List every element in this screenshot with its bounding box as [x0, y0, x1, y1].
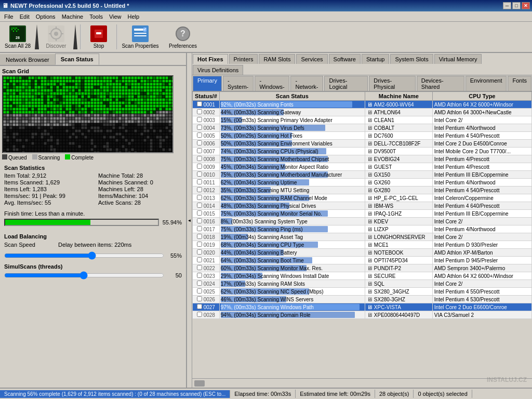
- menu-tools[interactable]: Tools: [86, 12, 106, 21]
- table-row[interactable]: 0028 94%, (00m34s) Scanning Domain Role …: [193, 311, 532, 319]
- cell-scan-status: 19%, (00m34s) Scanning Asset Tag: [219, 233, 365, 241]
- delay-label: Delay between items: 220ms: [58, 242, 131, 248]
- discover-label: Discover: [46, 43, 66, 49]
- tab-ram-slots[interactable]: RAM Slots: [259, 54, 295, 64]
- table-row[interactable]: 0017 75%, (00m33s) Scanning Ping (ms) 🖥 …: [193, 225, 532, 233]
- tab-hot-fixes[interactable]: Hot Fixes: [193, 54, 228, 64]
- subtab-network[interactable]: -Network-: [290, 76, 323, 91]
- cell-status-num: 0021: [193, 257, 220, 264]
- col-cpu-type[interactable]: CPU Type: [432, 92, 531, 101]
- table-row[interactable]: 0012 35%, (00m33s) Scanning MTU Setting …: [193, 187, 532, 194]
- menu-machine[interactable]: Machine: [59, 12, 87, 21]
- subtab-primary[interactable]: Primary: [193, 76, 222, 91]
- table-row[interactable]: 0009 45%, (00m34s) Scanning Monitor Aspe…: [193, 163, 532, 171]
- table-row[interactable]: 0014 48%, (00m33s) Scanning Physical Dri…: [193, 202, 532, 210]
- cell-cpu-type: Intel Pentium 4 540/Prescott: [432, 187, 531, 194]
- table-row[interactable]: 0022 60%, (00m33s) Scanning Monitor Max.…: [193, 264, 532, 272]
- cell-cpu-type: AMD Athlon 64 X2 6000+/Windsor: [432, 101, 531, 109]
- subtab-fonts[interactable]: Fonts: [508, 76, 531, 91]
- table-row[interactable]: 0001 92%, (00m32s) Scanning Fonts 🖥 AM2-…: [193, 101, 532, 109]
- table-row[interactable]: 0025 62%, (00m33s) Scanning NIC Speed (M…: [193, 288, 532, 296]
- simul-scans-slider[interactable]: [4, 271, 164, 280]
- cell-cpu-type: Intel Pentium D 930/Presler: [432, 241, 531, 249]
- table-row[interactable]: 0006 50%, (00m33s) Scanning Environment …: [193, 140, 532, 148]
- minimize-button[interactable]: ─: [503, 2, 511, 9]
- table-row[interactable]: 0023 29%, (00m34s) Scanning Windows Inst…: [193, 272, 532, 280]
- table-row[interactable]: 0013 62%, (00m33s) Scanning RAM Channel …: [193, 194, 532, 202]
- preferences-button[interactable]: ? Preferences: [162, 23, 204, 50]
- subtab-environment[interactable]: Environment: [466, 76, 507, 91]
- table-row[interactable]: 0015 75%, (00m33s) Scanning Monitor Seri…: [193, 210, 532, 218]
- cell-scan-status: 75%, (00m33s) Scanning Ping (ms): [219, 225, 365, 233]
- table-row[interactable]: 0024 17%, (00m33s) Scanning RAM Slots 🖥 …: [193, 280, 532, 288]
- scan-all-button[interactable]: 28 Scan All 28: [2, 23, 33, 50]
- subtab-drives-physical[interactable]: Drives-Physical: [369, 76, 416, 91]
- tab-scan-status[interactable]: Scan Status: [55, 54, 99, 65]
- tab-network-browser[interactable]: Network Browser: [0, 54, 55, 65]
- cell-machine-name: 🖥 SX280-3GHZ: [365, 296, 432, 303]
- tab-virtual-memory[interactable]: Virtual Memory: [434, 54, 482, 64]
- scan-speed-slider[interactable]: [4, 251, 164, 260]
- col-machine-name[interactable]: Machine Name: [365, 92, 432, 101]
- col-scan-status[interactable]: Scan Status: [219, 92, 365, 101]
- data-table-container[interactable]: Status/# Scan Status Machine Name CPU Ty…: [192, 91, 532, 378]
- table-row[interactable]: 0020 44%, (00m34s) Scanning Battery 🖥 NO…: [193, 249, 532, 257]
- tab-printers[interactable]: Printers: [229, 54, 258, 64]
- status-selected: 0 object(s) selected: [414, 390, 472, 398]
- svg-text:?: ?: [180, 29, 185, 38]
- table-row[interactable]: 0026 46%, (00m33s) Scanning WINS Servers…: [193, 296, 532, 303]
- cell-status-num: 0003: [193, 116, 220, 124]
- table-row[interactable]: 0003 15%, (00m33s) Scanning Primary Vide…: [193, 116, 532, 124]
- table-row[interactable]: 0027 97%, (00m33s) Scanning Windows Path…: [193, 303, 532, 311]
- cell-scan-status: 92%, (00m32s) Scanning Fonts: [219, 101, 365, 109]
- subtab-drives-logical[interactable]: Drives-Logical: [324, 76, 368, 91]
- cell-cpu-type: AMD Athlon XP-M/Barton: [432, 249, 531, 257]
- table-row[interactable]: 0021 64%, (00m33s) Scanning Boot Time 🖥 …: [193, 257, 532, 264]
- tab-startup[interactable]: Startup: [362, 54, 389, 64]
- table-row[interactable]: 0019 68%, (00m34s) Scanning CPU Type 🖥 M…: [193, 241, 532, 249]
- table-row[interactable]: 0004 73%, (00m33s) Scanning Virus Defs 🖥…: [193, 124, 532, 132]
- table-row[interactable]: 0011 62%, (00m34s) Scanning Uptime 🖥 GX2…: [193, 179, 532, 187]
- table-row[interactable]: 0010 75%, (00m33s) Scanning Motherboard …: [193, 171, 532, 179]
- menu-help[interactable]: Help: [125, 12, 143, 21]
- svg-text:✓: ✓: [143, 28, 147, 31]
- table-row[interactable]: 0016 8%, (00m33s) Scanning System Type 🖥…: [193, 218, 532, 225]
- items-per-machine-value: 104: [139, 193, 148, 199]
- cell-scan-status: 62%, (00m33s) Scanning RAM Channel Mode: [219, 194, 365, 202]
- subtab-devices-shared[interactable]: Devices-Shared: [417, 76, 464, 91]
- panel-resize-handle[interactable]: ◄: [187, 53, 192, 388]
- tab-services[interactable]: Services: [296, 54, 327, 64]
- menu-view[interactable]: View: [106, 12, 125, 21]
- cell-machine-name: 🖥 GX260: [365, 179, 432, 187]
- tab-system-slots[interactable]: System Slots: [390, 54, 433, 64]
- cell-machine-name: 🖥 GX150: [365, 171, 432, 179]
- svg-rect-6: [11, 29, 12, 30]
- tab-virus-definitions[interactable]: Virus Definitions: [193, 65, 243, 75]
- maximize-button[interactable]: □: [512, 2, 521, 9]
- subtab-windows[interactable]: -Windows-: [255, 76, 289, 91]
- cell-status-num: 0009: [193, 163, 220, 171]
- table-row[interactable]: 0007 74%, (00m33s) Scanning CPUs (Physic…: [193, 148, 532, 155]
- h-scroll[interactable]: [192, 378, 532, 388]
- cell-scan-status: 97%, (00m33s) Scanning Windows Path: [219, 303, 365, 311]
- col-status[interactable]: Status/#: [193, 92, 220, 101]
- svg-rect-26: [134, 33, 147, 34]
- table-row[interactable]: 0018 19%, (00m34s) Scanning Asset Tag 🖥 …: [193, 233, 532, 241]
- svg-marker-20: [73, 24, 77, 49]
- discover-button[interactable]: Discover: [41, 23, 72, 50]
- tab-software[interactable]: Software: [329, 54, 361, 64]
- table-row[interactable]: 0005 50%, (00m29s) Scanning Hot Fixes 🖥 …: [193, 132, 532, 140]
- menu-edit[interactable]: Edit: [17, 12, 33, 21]
- scan-properties-button[interactable]: ✓ Scan Properties: [119, 23, 161, 50]
- cell-machine-name: 🖥 IBM-WS: [365, 202, 432, 210]
- subtab-system[interactable]: -System-: [223, 76, 254, 91]
- table-row[interactable]: 0002 44%, (00m33s) Scanning Gateway 🖥 AT…: [193, 109, 532, 116]
- h-scroll-thumb[interactable]: [194, 380, 205, 387]
- active-scans-value: 28: [135, 200, 141, 206]
- menu-options[interactable]: Options: [33, 12, 59, 21]
- table-row[interactable]: 0008 75%, (00m33s) Scanning Motherboard …: [193, 155, 532, 163]
- close-button[interactable]: ✕: [522, 2, 530, 9]
- stop-button[interactable]: Stop: [83, 23, 114, 50]
- status-elapsed: Elapsed time: 00m33s: [230, 390, 296, 398]
- menu-file[interactable]: File: [1, 12, 17, 21]
